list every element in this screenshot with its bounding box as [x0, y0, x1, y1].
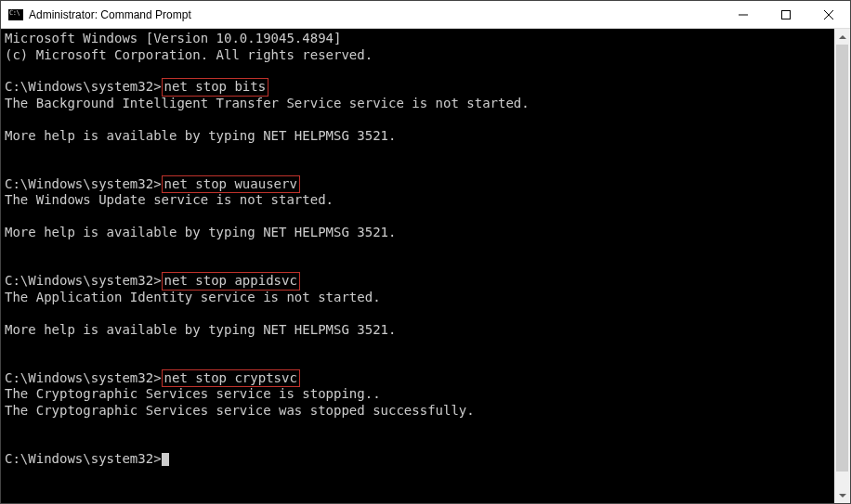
blank [5, 241, 12, 256]
banner-block: Microsoft Windows [Version 10.0.19045.48… [5, 31, 846, 63]
blank [5, 209, 12, 224]
scroll-down-button[interactable] [834, 487, 850, 503]
response-text: The Application Identity service is not … [5, 290, 381, 304]
prompt-line: C:\Windows\system32>net stop appidsvc [5, 273, 846, 290]
response-line: The Windows Update service is not starte… [5, 192, 846, 209]
help-text: More help is available by typing NET HEL… [5, 225, 396, 239]
prompt-text: C:\Windows\system32> [5, 370, 162, 385]
blank [5, 111, 12, 126]
blank-line [5, 209, 846, 226]
response-line: The Application Identity service is not … [5, 290, 846, 306]
prompt-text: C:\Windows\system32> [5, 79, 162, 94]
command-block-3: C:\Windows\system32>net stop cryptsvcThe… [5, 370, 846, 435]
close-button[interactable] [807, 1, 850, 28]
cursor [162, 453, 169, 466]
command-block-2: C:\Windows\system32>net stop appidsvcThe… [5, 273, 846, 355]
blank-line [5, 419, 846, 435]
current-prompt[interactable]: C:\Windows\system32> [5, 451, 846, 468]
terminal-container: Microsoft Windows [Version 10.0.19045.48… [1, 29, 850, 503]
blank [5, 305, 12, 320]
prompt-text: C:\Windows\system32> [5, 176, 162, 191]
help-text: More help is available by typing NET HEL… [5, 128, 396, 143]
help-line: More help is available by typing NET HEL… [5, 225, 846, 241]
prompt-line: C:\Windows\system32>net stop wuauserv [5, 176, 846, 193]
banner-line: Microsoft Windows [Version 10.0.19045.48… [5, 31, 846, 47]
response-line: The Cryptographic Services service was s… [5, 403, 846, 420]
blank-line [5, 144, 846, 161]
prompt-text: C:\Windows\system32> [5, 451, 162, 466]
response-text: The Windows Update service is not starte… [5, 192, 334, 207]
response-text: The Cryptographic Services service was s… [5, 403, 475, 418]
command-block-1: C:\Windows\system32>net stop wuauservThe… [5, 176, 846, 258]
maximize-button[interactable] [765, 1, 807, 28]
response-line: The Cryptographic Services service is st… [5, 386, 846, 403]
blank-line [5, 111, 846, 128]
highlighted-command: net stop wuauserv [162, 175, 300, 194]
blank [5, 144, 12, 159]
prompt-text: C:\Windows\system32> [5, 273, 162, 288]
window-title: Administrator: Command Prompt [29, 8, 191, 21]
blank-line [5, 241, 846, 258]
terminal-output[interactable]: Microsoft Windows [Version 10.0.19045.48… [1, 29, 850, 503]
blank-line [5, 305, 846, 322]
highlighted-command: net stop cryptsvc [162, 369, 300, 388]
terminal-icon [8, 9, 23, 20]
help-line: More help is available by typing NET HEL… [5, 128, 846, 145]
highlighted-command: net stop bits [162, 78, 269, 97]
command-block-0: C:\Windows\system32>net stop bitsThe Bac… [5, 79, 846, 161]
title-bar: Administrator: Command Prompt [1, 1, 850, 29]
scrollbar[interactable] [834, 29, 850, 503]
window-controls [722, 1, 850, 28]
prompt-line: C:\Windows\system32>net stop bits [5, 79, 846, 96]
blank [5, 419, 12, 433]
scroll-up-button[interactable] [834, 29, 850, 45]
response-line: The Background Intelligent Transfer Serv… [5, 96, 846, 112]
banner-text-1: Microsoft Windows [Version 10.0.19045.48… [5, 31, 341, 45]
highlighted-command: net stop appidsvc [162, 272, 300, 291]
response-text: The Background Intelligent Transfer Serv… [5, 96, 530, 110]
response-text: The Cryptographic Services service is st… [5, 386, 381, 401]
help-text: More help is available by typing NET HEL… [5, 322, 396, 337]
prompt-line: C:\Windows\system32>net stop cryptsvc [5, 370, 846, 387]
scrollbar-thumb[interactable] [836, 45, 848, 472]
blank-line [5, 338, 846, 355]
minimize-button[interactable] [722, 1, 765, 28]
banner-text-2: (c) Microsoft Corporation. All rights re… [5, 47, 373, 62]
blank [5, 338, 12, 353]
banner-line: (c) Microsoft Corporation. All rights re… [5, 47, 846, 64]
help-line: More help is available by typing NET HEL… [5, 322, 846, 339]
svg-rect-0 [782, 10, 791, 19]
